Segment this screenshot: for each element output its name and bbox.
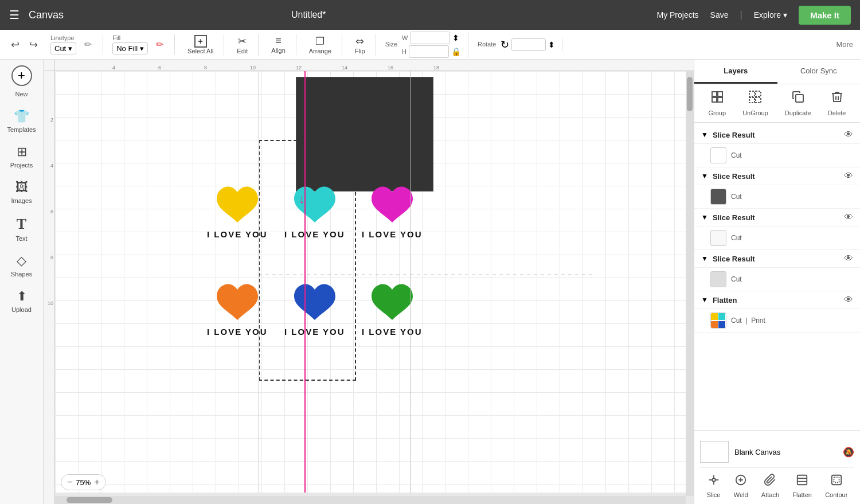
horizontal-scroll-thumb[interactable]: [67, 497, 112, 503]
delete-button[interactable]: Delete: [828, 90, 846, 116]
sidebar-item-images[interactable]: 🖼 Images: [2, 175, 41, 209]
slice2-eye-icon[interactable]: 👁: [844, 171, 853, 181]
fill-color-btn[interactable]: ✏: [151, 37, 167, 53]
explore-button[interactable]: Explore ▾: [754, 10, 787, 19]
vertical-scrollbar[interactable]: [686, 71, 694, 496]
slice3-eye-icon[interactable]: 👁: [844, 212, 853, 222]
panel-bottom: Blank Canvas 🔕 Slice: [694, 430, 860, 504]
fill-select[interactable]: No Fill ▾: [112, 42, 148, 54]
new-plus-icon: +: [18, 68, 25, 83]
ungroup-button[interactable]: UnGroup: [742, 90, 768, 116]
slice2-label: Slice Result: [713, 172, 755, 181]
slice4-collapse-icon[interactable]: ▼: [701, 255, 708, 263]
flatten-eye-icon[interactable]: 👁: [844, 295, 853, 305]
tab-layers[interactable]: Layers: [694, 60, 777, 84]
edit-icon: ✂: [238, 35, 247, 48]
flip-button[interactable]: ⇔ Flip: [351, 34, 369, 56]
panel-bottom-buttons: Slice Weld Attach: [700, 468, 854, 498]
height-input[interactable]: [409, 45, 449, 58]
width-label: W: [402, 34, 408, 41]
slice-icon: [707, 474, 720, 489]
attach-button[interactable]: Attach: [761, 474, 779, 498]
zoom-in-button[interactable]: +: [94, 477, 99, 487]
slice3-collapse-icon[interactable]: ▼: [701, 213, 708, 221]
slice3-group-header: Slice Result: [713, 213, 839, 222]
duplicate-button[interactable]: Duplicate: [785, 90, 811, 116]
svg-rect-3: [718, 97, 722, 102]
zoom-out-button[interactable]: −: [67, 477, 72, 487]
sidebar-item-templates[interactable]: 👕 Templates: [2, 104, 41, 138]
weld-button[interactable]: Weld: [734, 474, 748, 498]
group-button[interactable]: Group: [709, 90, 726, 116]
make-it-button[interactable]: Make It: [799, 6, 851, 25]
linetype-color-btn[interactable]: ✏: [80, 37, 96, 53]
horizontal-scrollbar[interactable]: [55, 496, 686, 504]
heart-group-6[interactable]: I LOVE YOU: [362, 283, 423, 337]
more-button[interactable]: More: [836, 40, 853, 49]
slice4-thumb: [710, 271, 726, 287]
images-label: Images: [11, 197, 32, 204]
redo-button[interactable]: ↪: [25, 37, 41, 53]
my-projects-button[interactable]: My Projects: [656, 10, 698, 19]
align-button[interactable]: ≡ Align: [268, 34, 288, 55]
slice3-label: Slice Result: [713, 213, 755, 222]
width-stepper-icon[interactable]: ⬍: [452, 33, 459, 42]
sidebar-item-projects[interactable]: ⊞ Projects: [2, 140, 41, 173]
contour-button[interactable]: Contour: [825, 474, 847, 498]
slice1-thumb: [710, 147, 726, 163]
new-label: New: [15, 91, 28, 97]
blank-canvas-eye-icon[interactable]: 🔕: [843, 447, 854, 458]
width-input[interactable]: [410, 32, 450, 44]
right-panel: Layers Color Sync Group: [694, 60, 860, 504]
ruler-mark-12: 12: [296, 65, 302, 71]
tab-color-sync[interactable]: Color Sync: [777, 60, 861, 84]
save-button[interactable]: Save: [710, 10, 729, 19]
flatten-label: Flatten: [713, 296, 737, 304]
ruler-mark-4: 4: [112, 65, 115, 71]
vertical-scroll-thumb[interactable]: [687, 77, 693, 111]
projects-label: Projects: [10, 162, 33, 169]
ruler-mark-8: 8: [204, 65, 207, 71]
duplicate-icon: [791, 90, 805, 107]
arrange-button[interactable]: ❐ Arrange: [306, 34, 335, 56]
weld-label: Weld: [734, 491, 748, 498]
canvas-area: 4 6 8 10 12 14 16 18 2 4 6 8 10: [44, 60, 694, 504]
templates-label: Templates: [7, 126, 36, 133]
select-all-button[interactable]: + Select All: [184, 34, 217, 56]
svg-point-9: [712, 478, 716, 482]
blank-canvas-row: Blank Canvas 🔕: [700, 436, 854, 468]
rotate-input[interactable]: [511, 38, 546, 51]
heart-group-2[interactable]: I LOVE YOU: [284, 186, 345, 239]
slice1-eye-icon[interactable]: 👁: [844, 130, 853, 140]
canvas-scroll[interactable]: ↓ I LOVE YOU I LO: [55, 71, 686, 493]
slice-label: Slice: [707, 491, 721, 498]
edit-button[interactable]: ✂ Edit: [233, 34, 251, 56]
slice1-collapse-icon[interactable]: ▼: [701, 131, 708, 139]
upload-icon: ⬆: [17, 289, 27, 304]
left-sidebar: + New 👕 Templates ⊞ Projects 🖼 Images T …: [0, 60, 44, 504]
flatten-button[interactable]: Flatten: [792, 474, 812, 498]
slice4-eye-icon[interactable]: 👁: [844, 253, 853, 264]
zoom-controls: − 75% +: [61, 474, 106, 490]
sidebar-item-text[interactable]: T Text: [2, 211, 41, 247]
lock-icon[interactable]: 🔒: [451, 47, 461, 56]
slice2-collapse-icon[interactable]: ▼: [701, 172, 708, 180]
slice-button[interactable]: Slice: [707, 474, 721, 498]
svg-rect-8: [796, 95, 803, 102]
rotate-stepper-icon[interactable]: ⬍: [548, 40, 555, 49]
heart-group-3[interactable]: I LOVE YOU: [362, 186, 423, 239]
new-button[interactable]: +: [11, 65, 32, 86]
flatten-group-header: Flatten: [713, 296, 839, 304]
sidebar-item-upload[interactable]: ⬆ Upload: [2, 284, 41, 318]
heart-group-5[interactable]: I LOVE YOU: [284, 283, 345, 337]
height-label: H: [402, 48, 406, 55]
flatten-collapse-icon[interactable]: ▼: [701, 296, 708, 304]
svg-rect-7: [756, 97, 761, 103]
undo-redo-group: ↩ ↪: [7, 37, 41, 53]
linetype-select[interactable]: Cut ▾: [50, 42, 76, 54]
sidebar-item-shapes[interactable]: ◇ Shapes: [2, 249, 41, 282]
ruler-mark-v4: 4: [50, 163, 53, 169]
layer-slice4-header: ▼ Slice Result 👁: [694, 250, 860, 268]
align-group: ≡ Align: [268, 34, 296, 55]
undo-button[interactable]: ↩: [7, 37, 23, 53]
